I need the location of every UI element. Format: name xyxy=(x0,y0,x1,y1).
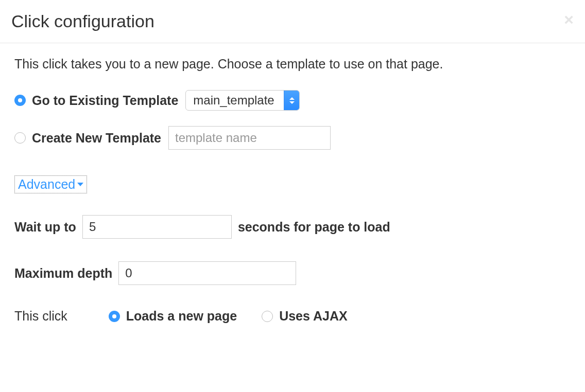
wait-seconds-input[interactable] xyxy=(82,215,232,239)
wait-label-after: seconds for page to load xyxy=(238,220,390,235)
modal-title: Click configuration xyxy=(11,11,154,31)
template-select-value: main_template xyxy=(186,91,284,110)
depth-row: Maximum depth xyxy=(14,261,571,285)
max-depth-input[interactable] xyxy=(118,261,296,285)
click-type-row: This click Loads a new page Uses AJAX xyxy=(14,309,571,324)
create-template-row: Create New Template xyxy=(14,126,571,150)
existing-template-radio-group[interactable]: Go to Existing Template xyxy=(14,93,178,108)
close-icon[interactable]: × xyxy=(564,11,574,28)
wait-label-before: Wait up to xyxy=(14,220,76,235)
existing-template-radio[interactable] xyxy=(14,95,26,106)
modal-body: This click takes you to a new page. Choo… xyxy=(0,43,585,337)
dialog-description: This click takes you to a new page. Choo… xyxy=(14,57,571,72)
create-template-radio-group[interactable]: Create New Template xyxy=(14,131,161,146)
template-name-input[interactable] xyxy=(168,126,331,150)
uses-ajax-radio[interactable] xyxy=(262,311,273,322)
existing-template-row: Go to Existing Template main_template xyxy=(14,90,571,111)
wait-row: Wait up to seconds for page to load xyxy=(14,215,571,239)
loads-new-page-label: Loads a new page xyxy=(126,309,237,324)
template-select[interactable]: main_template xyxy=(185,90,300,111)
modal-header: Click configuration × xyxy=(0,0,585,43)
loads-new-page-option[interactable]: Loads a new page xyxy=(109,309,237,324)
chevron-updown-icon xyxy=(284,91,299,110)
depth-label: Maximum depth xyxy=(14,266,112,281)
loads-new-page-radio[interactable] xyxy=(109,311,120,322)
click-configuration-modal: Click configuration × This click takes y… xyxy=(0,0,585,337)
create-template-label: Create New Template xyxy=(32,131,161,146)
advanced-toggle[interactable]: Advanced xyxy=(14,175,87,193)
advanced-label: Advanced xyxy=(18,177,75,192)
uses-ajax-option[interactable]: Uses AJAX xyxy=(262,309,347,324)
uses-ajax-label: Uses AJAX xyxy=(279,309,347,324)
create-template-radio[interactable] xyxy=(14,132,26,144)
chevron-down-icon xyxy=(77,183,83,186)
click-type-radio-group: Loads a new page Uses AJAX xyxy=(109,309,348,324)
existing-template-label: Go to Existing Template xyxy=(32,93,178,108)
click-type-label: This click xyxy=(14,309,67,324)
